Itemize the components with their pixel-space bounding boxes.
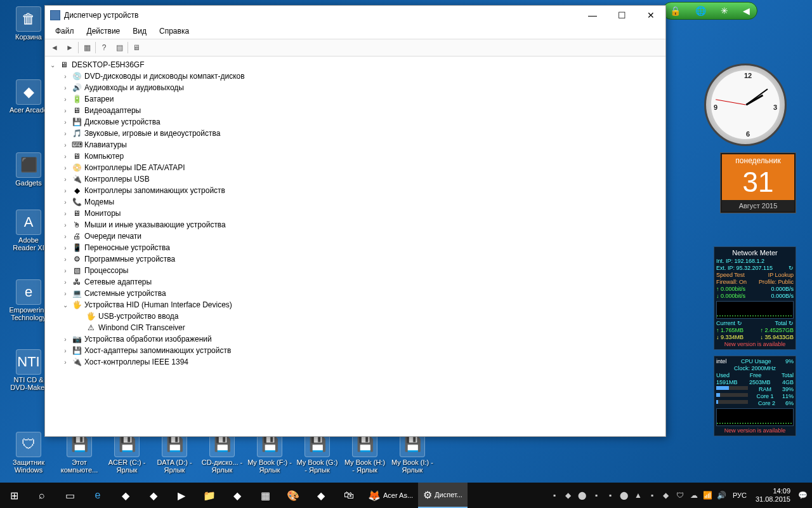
volume-tray-icon[interactable]: 🔊 [715, 483, 729, 508]
expand-icon[interactable]: ⌄ [62, 302, 69, 309]
properties-button[interactable]: ▤ [112, 41, 126, 55]
desktop-icon[interactable]: 💾 My Book (I:) - Ярлык [390, 432, 435, 474]
tree-node[interactable]: › 🔌 Хост-контроллеры IEEE 1394 [45, 356, 665, 368]
network-meter-gadget[interactable]: Network Meter Int. IP: 192.168.1.2 Ext. … [714, 246, 796, 350]
tree-node[interactable]: › 🖧 Сетевые адаптеры [45, 276, 665, 288]
expand-icon[interactable]: › [62, 347, 69, 354]
tray-icon[interactable]: ◆ [561, 483, 575, 508]
device-tree[interactable]: ⌄ 🖥 DESKTOP-E5H36GF › 💿 DVD-дисководы и … [45, 57, 665, 436]
desktop-icon[interactable]: 💾 My Book (H:) - Ярлык [343, 432, 387, 474]
tree-node[interactable]: › 🖥 Компьютер [45, 150, 665, 162]
tray-icon[interactable]: 🛡 [673, 483, 687, 508]
tray-icon[interactable]: ⬤ [575, 483, 589, 508]
pinned-app-3[interactable]: ▶ [167, 483, 195, 508]
expand-icon[interactable]: › [62, 290, 69, 297]
tree-node[interactable]: › 📞 Модемы [45, 196, 665, 208]
collapse-icon[interactable]: ⌄ [49, 62, 56, 69]
expand-icon[interactable]: › [62, 233, 69, 240]
calendar-gadget[interactable]: понедельник 31 Август 2015 [720, 152, 796, 213]
expand-icon[interactable]: › [62, 336, 69, 343]
expand-icon[interactable]: › [62, 107, 69, 114]
expand-icon[interactable]: › [62, 153, 69, 160]
menu-item[interactable]: Справка [153, 25, 195, 39]
tree-leaf[interactable]: 🖐 USB-устройство ввода [45, 311, 665, 322]
menu-item[interactable]: Файл [49, 25, 81, 39]
expand-icon[interactable]: › [62, 267, 69, 274]
expand-icon[interactable]: › [62, 256, 69, 263]
expand-icon[interactable]: › [62, 359, 69, 366]
tray-icon[interactable]: ▪ [603, 483, 617, 508]
tree-node[interactable]: › 📱 Переносные устройства [45, 242, 665, 253]
menu-item[interactable]: Вид [126, 25, 153, 39]
close-button[interactable]: ✕ [636, 6, 665, 25]
forward-button[interactable]: ► [63, 41, 77, 55]
tray-icon[interactable]: ▪ [589, 483, 603, 508]
scan-hardware-button[interactable]: 🖥 [129, 41, 143, 55]
language-indicator[interactable]: РУС [729, 491, 750, 499]
tree-node[interactable]: › ⚙ Программные устройства [45, 253, 665, 265]
tray-icon[interactable]: ⬤ [617, 483, 631, 508]
pinned-app-5[interactable]: ◆ [223, 483, 251, 508]
expand-icon[interactable]: › [62, 73, 69, 80]
pinned-app-6[interactable]: ▦ [251, 483, 279, 508]
help-button[interactable]: ? [97, 41, 111, 55]
expand-icon[interactable]: › [62, 187, 69, 194]
back-button[interactable]: ◄ [48, 41, 62, 55]
menu-item[interactable]: Действие [81, 25, 127, 39]
search-button[interactable]: ⌕ [28, 483, 56, 508]
tray-icon[interactable]: ▪ [547, 483, 561, 508]
desktop-icon[interactable]: 🛡 Защитник Windows [6, 432, 51, 474]
expand-icon[interactable]: › [62, 244, 69, 251]
tree-node[interactable]: › 🔋 Батареи [45, 93, 665, 105]
pinned-app-8[interactable]: ◆ [307, 483, 335, 508]
expand-icon[interactable]: › [62, 96, 69, 103]
expand-icon[interactable]: › [62, 84, 69, 91]
expand-icon[interactable]: › [62, 199, 69, 206]
expand-icon[interactable]: › [62, 164, 69, 171]
edge-icon[interactable]: e [84, 483, 112, 508]
tree-node[interactable]: › 📀 Контроллеры IDE ATA/ATAPI [45, 162, 665, 173]
tree-node[interactable]: ⌄ 🖐 Устройства HID (Human Interface Devi… [45, 299, 665, 311]
tree-node[interactable]: › 🔊 Аудиовходы и аудиовыходы [45, 82, 665, 93]
cpu-meter-gadget[interactable]: intelCPU Usage9% Clock: 2000MHz UsedFree… [714, 356, 796, 436]
tree-node[interactable]: › 💾 Хост-адаптеры запоминающих устройств [45, 345, 665, 356]
expand-icon[interactable]: › [62, 279, 69, 286]
desktop-icon[interactable]: 💾 DATA (D:) - Ярлык [152, 432, 197, 474]
expand-icon[interactable]: › [62, 130, 69, 137]
tree-node[interactable]: › 🖥 Видеоадаптеры [45, 105, 665, 116]
tray-icon[interactable]: ▪ [645, 483, 659, 508]
tray-icon[interactable]: ◆ [659, 483, 673, 508]
pinned-app-2[interactable]: ◆ [140, 483, 167, 508]
tree-node[interactable]: › ◆ Контроллеры запоминающих устройств [45, 185, 665, 196]
show-hide-tree-button[interactable]: ▦ [80, 41, 94, 55]
notifications-button[interactable]: 💬 [796, 483, 809, 508]
pinned-app-1[interactable]: ◆ [112, 483, 140, 508]
tree-node[interactable]: › 📷 Устройства обработки изображений [45, 333, 665, 345]
minimize-button[interactable]: — [578, 6, 607, 25]
expand-icon[interactable]: › [62, 176, 69, 183]
desktop-icon[interactable]: 💾 My Book (G:) - Ярлык [295, 432, 339, 474]
eset-gadget[interactable]: 🔒 🌐 ✳ ◀ [662, 2, 757, 20]
desktop-icon[interactable]: 💾 Этот компьюте... [57, 432, 102, 474]
expand-icon[interactable]: › [62, 142, 69, 149]
tree-node[interactable]: › 💿 DVD-дисководы и дисководы компакт-ди… [45, 70, 665, 82]
tree-root[interactable]: ⌄ 🖥 DESKTOP-E5H36GF [45, 59, 665, 70]
expand-icon[interactable]: › [62, 222, 69, 229]
store-icon[interactable]: 🛍 [335, 483, 363, 508]
desktop-icon[interactable]: 💾 CD-диско... - Ярлык [200, 432, 244, 474]
tree-node[interactable]: › 🎵 Звуковые, игровые и видеоустройства [45, 128, 665, 139]
tree-node[interactable]: › 💻 Системные устройства [45, 288, 665, 299]
titlebar[interactable]: Диспетчер устройств — ☐ ✕ [45, 6, 665, 25]
desktop-icon[interactable]: 💾 ACER (C:) - Ярлык [105, 432, 149, 474]
task-view-button[interactable]: ▭ [56, 483, 84, 508]
taskbar-app[interactable]: 🦊 Acer As... [363, 483, 418, 508]
clock-tray[interactable]: 14:09 31.08.2015 [750, 487, 796, 504]
maximize-button[interactable]: ☐ [607, 6, 636, 25]
clock-gadget[interactable]: 12 3 6 9 [704, 64, 787, 146]
tree-node[interactable]: › ⌨ Клавиатуры [45, 139, 665, 150]
expand-icon[interactable]: › [62, 119, 69, 126]
taskbar-app[interactable]: ⚙ Диспет... [418, 483, 468, 508]
desktop-icon[interactable]: 💾 My Book (F:) - Ярлык [247, 432, 292, 474]
start-button[interactable]: ⊞ [0, 483, 28, 508]
tree-node[interactable]: › 🖨 Очереди печати [45, 231, 665, 242]
